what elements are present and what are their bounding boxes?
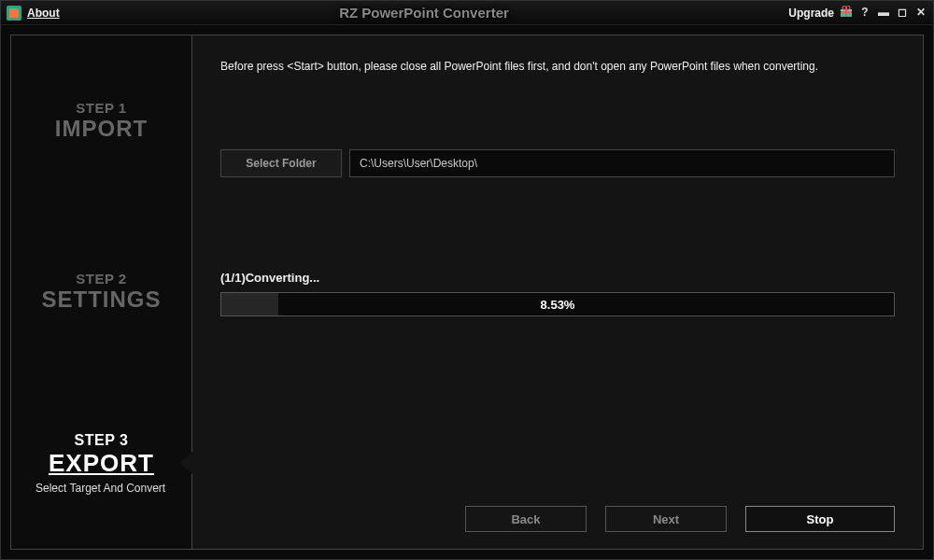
titlebar-left: About bbox=[7, 6, 60, 21]
about-link[interactable]: About bbox=[27, 7, 60, 20]
app-title: RZ PowerPoint Converter bbox=[60, 5, 789, 21]
step-3-num: STEP 3 bbox=[28, 432, 175, 449]
main-panel: Before press <Start> button, please clos… bbox=[192, 35, 924, 550]
titlebar: About RZ PowerPoint Converter Upgrade ? … bbox=[1, 1, 933, 25]
svg-point-7 bbox=[846, 6, 850, 9]
step-2-num: STEP 2 bbox=[28, 271, 175, 287]
folder-path-input[interactable] bbox=[349, 149, 895, 177]
sidebar: STEP 1 IMPORT STEP 2 SETTINGS STEP 3 EXP… bbox=[10, 35, 192, 550]
minimize-icon[interactable]: ▬ bbox=[877, 7, 890, 20]
select-folder-button[interactable]: Select Folder bbox=[220, 149, 342, 177]
next-button[interactable]: Next bbox=[605, 506, 727, 532]
help-icon[interactable]: ? bbox=[858, 7, 871, 20]
progress-bar: 8.53% bbox=[220, 292, 895, 316]
step-1-import[interactable]: STEP 1 IMPORT bbox=[11, 35, 191, 206]
step-1-title: IMPORT bbox=[28, 116, 175, 142]
stop-button[interactable]: Stop bbox=[745, 506, 895, 532]
close-icon[interactable]: ✕ bbox=[914, 7, 927, 20]
step-2-settings[interactable]: STEP 2 SETTINGS bbox=[11, 206, 191, 377]
upgrade-link[interactable]: Upgrade bbox=[788, 7, 834, 20]
nav-row: Back Next Stop bbox=[465, 506, 895, 532]
step-3-sub: Select Target And Convert bbox=[28, 482, 175, 495]
app-icon bbox=[7, 6, 21, 21]
body: STEP 1 IMPORT STEP 2 SETTINGS STEP 3 EXP… bbox=[1, 25, 933, 559]
step-3-export[interactable]: STEP 3 EXPORT Select Target And Convert bbox=[11, 378, 191, 549]
maximize-icon[interactable]: ◻ bbox=[896, 7, 909, 20]
back-button[interactable]: Back bbox=[465, 506, 587, 532]
step-3-title: EXPORT bbox=[28, 449, 175, 478]
folder-row: Select Folder bbox=[220, 149, 895, 177]
progress-text: 8.53% bbox=[221, 293, 894, 315]
svg-rect-5 bbox=[841, 11, 852, 13]
svg-rect-1 bbox=[9, 8, 19, 18]
active-step-arrow bbox=[179, 452, 192, 474]
app-window: About RZ PowerPoint Converter Upgrade ? … bbox=[0, 0, 934, 560]
titlebar-right: Upgrade ? ▬ ◻ ✕ bbox=[788, 5, 927, 21]
status-label: (1/1)Converting... bbox=[220, 271, 895, 285]
gift-icon[interactable] bbox=[840, 5, 853, 21]
step-1-num: STEP 1 bbox=[28, 100, 175, 116]
step-2-title: SETTINGS bbox=[28, 287, 175, 313]
instructions-text: Before press <Start> button, please clos… bbox=[220, 58, 895, 75]
svg-rect-4 bbox=[845, 9, 847, 17]
